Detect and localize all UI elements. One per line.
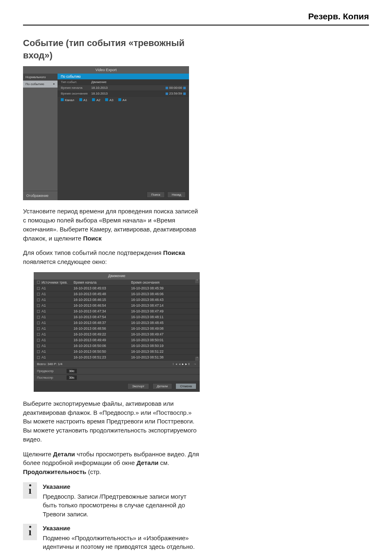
row-source: A1 [40,303,74,308]
row-checkbox[interactable] [37,356,40,359]
row-checkbox[interactable] [37,350,40,353]
col-end: Время окончания [131,280,189,284]
row-end: 16-10-2013 08:48:11 [131,315,189,319]
end-date-field[interactable]: 18.10.2013 [91,92,120,95]
channel-a3-label: A3 [109,98,113,102]
info-title: Указание [43,524,200,533]
back-button[interactable]: Назад [167,192,186,198]
channel-a4-checkbox[interactable] [118,98,121,101]
details-button[interactable]: Детали [152,383,173,389]
channel-a1-checkbox[interactable] [79,98,82,101]
row-start: 16-10-2013 08:47:54 [74,315,131,319]
row-end: 16-10-2013 08:49:08 [131,326,189,331]
calendar-icon[interactable] [166,87,168,89]
event-type-value[interactable]: Движение [91,80,120,84]
pager-go-icon[interactable]: → [191,363,196,365]
row-source: A1 [40,321,74,325]
preplay-value[interactable]: 30с [67,369,77,373]
info-note-1: ı Указание Предвоспр. Записи /Предтревож… [23,482,200,519]
start-time-label: Время начала [61,86,91,90]
status-bar: Отображение [23,191,58,200]
table-row[interactable]: A116-10-2013 08:46:5416-10-2013 08:47:14 [34,303,200,309]
row-start: 16-10-2013 08:47:34 [74,309,131,313]
video-export-title: Video Export [23,66,189,74]
table-row[interactable]: A116-10-2013 08:49:4916-10-2013 08:50:01 [34,338,200,343]
row-checkbox[interactable] [37,310,40,313]
scroll-down-icon[interactable]: ˅ [195,357,199,361]
cancel-button[interactable]: Отмена [175,383,196,389]
channel-a3-checkbox[interactable] [105,98,108,101]
start-date-field[interactable]: 18.10.2013 [91,86,120,90]
row-checkbox[interactable] [37,333,40,336]
row-checkbox[interactable] [37,287,40,290]
table-row[interactable]: A116-10-2013 08:46:1516-10-2013 08:46:43 [34,297,200,303]
sidebar-item-event[interactable]: По событию ▸ [23,81,58,88]
channel-a2-checkbox[interactable] [92,98,95,101]
row-checkbox[interactable] [37,304,40,307]
tab-by-event[interactable]: По событию [58,74,189,79]
row-checkbox[interactable] [37,298,40,301]
calendar-icon[interactable] [166,92,168,95]
row-start: 16-10-2013 08:51:23 [74,355,131,359]
sidebar-item-label: По событию [25,82,44,86]
row-start: 16-10-2013 08:50:50 [74,349,131,354]
row-end: 16-10-2013 08:50:19 [131,344,189,348]
info-icon: ı [23,482,37,499]
row-end: 16-10-2013 08:50:01 [131,338,189,342]
pager-prev-icon[interactable]: ◂ [179,362,182,366]
pager-last-icon[interactable]: ▸I [185,362,191,366]
table-row[interactable]: A116-10-2013 08:49:2216-10-2013 08:49:47 [34,332,200,338]
row-checkbox[interactable] [37,339,40,342]
paragraph-4: Щелкните Детали чтобы просмотреть выбран… [23,450,200,476]
table-row[interactable]: A116-10-2013 08:45:4816-10-2013 08:46:06 [34,291,200,297]
sidebar-item-normal[interactable]: Нормального [23,74,58,81]
clock-icon[interactable] [183,92,186,95]
row-checkbox[interactable] [37,327,40,330]
row-end: 16-10-2013 08:46:06 [131,292,189,296]
table-row[interactable]: A116-10-2013 08:51:2316-10-2013 08:51:38 [34,355,200,361]
row-checkbox[interactable] [37,316,40,319]
paragraph-1: Установите период времени для проведения… [23,207,200,243]
channel-a1-label: A1 [83,98,88,102]
table-row[interactable]: A116-10-2013 08:47:3416-10-2013 08:47:49 [34,309,200,314]
clock-icon[interactable] [183,87,186,89]
table-row[interactable]: A116-10-2013 08:50:0616-10-2013 08:50:19 [34,343,200,349]
postplay-value[interactable]: 30с [67,375,77,380]
table-row[interactable]: A116-10-2013 08:50:5016-10-2013 08:51:22 [34,349,200,355]
row-source: A1 [40,349,74,354]
motion-results-window: Движение ˄ Источники трев. Время начала … [34,272,200,392]
row-source: A1 [40,332,74,336]
pager-first-icon[interactable]: I◂ [173,362,179,366]
row-checkbox[interactable] [37,345,40,347]
info-body-text: Предвоспр. Записи /Предтревожные записи … [43,492,200,519]
video-export-window: Video Export Нормального По событию ▸ От… [23,66,189,200]
export-button[interactable]: Экспорт [127,383,149,389]
row-start: 16-10-2013 08:48:37 [74,321,131,325]
motion-title: Движение [34,272,200,280]
row-source: A1 [40,344,74,348]
row-source: A1 [40,298,74,302]
pager-next-icon[interactable]: ▸ [182,362,185,366]
main-panel: По событию Тип событ. Движение Время нач… [58,74,189,200]
channel-checkbox[interactable] [61,98,64,101]
table-row[interactable]: A116-10-2013 08:47:5416-10-2013 08:48:11 [34,314,200,320]
scroll-up-icon[interactable]: ˄ [195,280,199,283]
row-start: 16-10-2013 08:46:54 [74,303,131,308]
table-row[interactable]: A116-10-2013 08:48:5616-10-2013 08:49:08 [34,326,200,332]
row-start: 16-10-2013 08:48:56 [74,326,131,331]
end-time-field[interactable]: 23:59:59 [169,92,182,95]
row-checkbox[interactable] [37,293,40,296]
table-row[interactable]: A116-10-2013 08:48:3716-10-2013 08:48:45 [34,320,200,326]
row-source: A1 [40,315,74,319]
row-source: A1 [40,338,74,342]
row-source: A1 [40,309,74,313]
row-checkbox[interactable] [37,321,40,324]
channel-a4-label: A4 [122,98,127,102]
info-note-2: ı Указание Подменю «Продолжительность» и… [23,524,200,551]
start-time-field[interactable]: 00:00:00 [169,86,182,90]
preplay-label: Предвоспр [37,369,67,373]
search-button[interactable]: Поиск [147,192,165,198]
select-all-checkbox[interactable] [37,281,40,284]
info-body-text: Подменю «Продолжительность» и «Изображен… [43,534,200,552]
table-row[interactable]: A116-10-2013 08:45:0316-10-2013 08:45:39 [34,286,200,291]
